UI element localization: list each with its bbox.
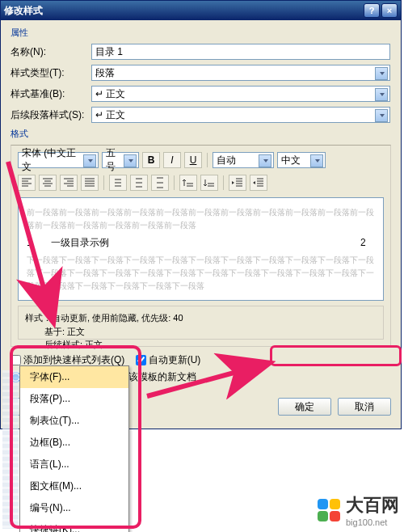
- font-color-select[interactable]: 自动: [213, 152, 274, 168]
- indent-inc-button[interactable]: [250, 175, 267, 191]
- watermark-brand: 大百网: [346, 495, 399, 515]
- font-family-select[interactable]: 宋体 (中文正文: [18, 152, 99, 168]
- format-menu: 字体(F)... 段落(P)... 制表位(T)... 边框(B)... 语言(…: [19, 365, 129, 532]
- font-toolbar: 宋体 (中文正文 五号 B I U 自动 中文: [18, 152, 384, 168]
- help-button[interactable]: ?: [364, 3, 380, 18]
- preview-ghost-after: 下一段落下一段落下一段落下一段落下一段落下一段落下一段落下一段落下一段落下一段落…: [27, 254, 375, 293]
- indent-dec-button[interactable]: [229, 175, 246, 191]
- line-spacing-2-button[interactable]: [151, 175, 169, 191]
- font-size-select[interactable]: 五号: [102, 152, 139, 168]
- title-text: 修改样式: [4, 4, 362, 18]
- name-input[interactable]: [91, 44, 390, 60]
- underline-button[interactable]: U: [184, 152, 202, 168]
- label-type: 样式类型(T):: [11, 66, 91, 80]
- sample-text: 一级目录示例: [41, 235, 360, 251]
- line-spacing-15-button[interactable]: [130, 175, 148, 191]
- menu-font[interactable]: 字体(F)...: [20, 366, 128, 388]
- style-description: 样式：自动更新, 使用前隐藏, 优先级: 40 基于: 正文 后续样式: 正文: [18, 306, 384, 340]
- section-format: 格式: [11, 128, 391, 140]
- opt-auto-update[interactable]: 自动更新(U): [136, 353, 201, 367]
- para-space-dec-button[interactable]: [200, 175, 218, 191]
- line-spacing-1-button[interactable]: [109, 175, 127, 191]
- align-justify-button[interactable]: [81, 175, 99, 191]
- titlebar[interactable]: 修改样式 ? ×: [1, 1, 401, 20]
- preview-pane: 前一段落前一段落前一段落前一段落前一段落前一段落前一段落前一段落前一段落前一段落…: [18, 197, 384, 301]
- menu-border[interactable]: 边框(B)...: [20, 432, 128, 454]
- menu-tabs[interactable]: 制表位(T)...: [20, 410, 128, 432]
- background-strip: [2, 370, 19, 529]
- section-properties: 属性: [11, 27, 391, 39]
- menu-language[interactable]: 语言(L)...: [20, 454, 128, 475]
- para-space-inc-button[interactable]: [179, 175, 197, 191]
- label-name: 名称(N):: [11, 45, 91, 59]
- preview-ghost-before: 前一段落前一段落前一段落前一段落前一段落前一段落前一段落前一段落前一段落前一段落…: [27, 206, 375, 232]
- paragraph-toolbar: [18, 175, 384, 191]
- menu-shortcut[interactable]: 快捷键(K)...: [20, 519, 128, 532]
- cancel-button[interactable]: 取消: [338, 398, 391, 416]
- menu-frame[interactable]: 图文框(M)...: [20, 475, 128, 497]
- menu-numbering[interactable]: 编号(N)...: [20, 497, 128, 519]
- label-next: 后续段落样式(S):: [11, 108, 91, 122]
- next-style-select[interactable]: ↵ 正文: [91, 107, 390, 123]
- bold-button[interactable]: B: [142, 152, 160, 168]
- watermark-url: big100.net: [346, 517, 399, 527]
- menu-paragraph[interactable]: 段落(P)...: [20, 388, 128, 410]
- align-right-button[interactable]: [60, 175, 78, 191]
- based-on-select[interactable]: ↵ 正文: [91, 86, 390, 102]
- format-panel: 宋体 (中文正文 五号 B I U 自动 中文: [11, 145, 391, 347]
- align-center-button[interactable]: [39, 175, 57, 191]
- label-based: 样式基准(B):: [11, 87, 91, 101]
- watermark: 大百网 big100.net: [317, 493, 399, 527]
- watermark-logo-icon: [317, 498, 341, 522]
- sample-num-a: 1: [27, 235, 41, 251]
- align-left-button[interactable]: [18, 175, 36, 191]
- ok-button[interactable]: 确定: [278, 398, 331, 416]
- script-select[interactable]: 中文: [277, 152, 326, 168]
- type-select[interactable]: 段落: [91, 65, 390, 81]
- close-button[interactable]: ×: [381, 3, 398, 18]
- italic-button[interactable]: I: [163, 152, 181, 168]
- sample-num-c: 2: [360, 235, 375, 251]
